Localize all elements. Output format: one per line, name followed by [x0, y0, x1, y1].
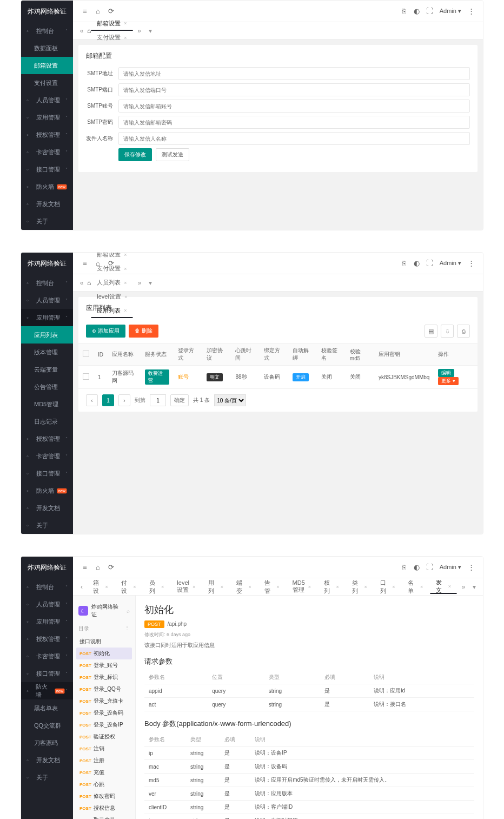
tabs-next-icon[interactable]: »: [458, 583, 469, 591]
more-icon[interactable]: ⋮: [465, 7, 478, 15]
field-input-SMTP账号[interactable]: [118, 100, 470, 113]
more-icon[interactable]: ⋮: [465, 563, 478, 571]
admin-menu[interactable]: Admin ▾: [436, 8, 465, 15]
doc-item-授权信息[interactable]: POST授权信息: [76, 802, 132, 814]
pager-page-input[interactable]: [150, 394, 166, 406]
field-input-发件人名称[interactable]: [118, 132, 470, 145]
menu-icon[interactable]: ≡: [78, 259, 91, 267]
fullscreen-icon[interactable]: ⛶: [423, 563, 436, 571]
close-icon[interactable]: ×: [133, 584, 136, 590]
fullscreen-icon[interactable]: ⛶: [423, 7, 436, 15]
doc-item-注册[interactable]: POST注册: [76, 755, 132, 767]
tab-人员列表[interactable]: 人员列表×: [91, 276, 133, 290]
admin-menu[interactable]: Admin ▾: [436, 564, 465, 571]
theme-icon[interactable]: ◐: [410, 7, 423, 15]
nav-人员管理[interactable]: ◦人员管理˅: [21, 91, 73, 109]
pager-page-1[interactable]: 1: [102, 394, 114, 406]
doc-item-登录_标识[interactable]: POST登录_标识: [76, 671, 132, 683]
nav-QQ交流群[interactable]: QQ交流群: [21, 717, 73, 734]
admin-menu[interactable]: Admin ▾: [436, 260, 465, 267]
close-icon[interactable]: ×: [161, 584, 164, 590]
nav-卡密管理[interactable]: ◦卡密管理˅: [21, 648, 73, 665]
field-input-SMTP端口[interactable]: [118, 83, 470, 96]
tabs-home-icon[interactable]: ⌂: [87, 279, 91, 287]
doc-item-登录_充值卡[interactable]: POST登录_充值卡: [76, 695, 132, 707]
menu-icon[interactable]: ≡: [78, 563, 91, 571]
refresh-icon[interactable]: ⟳: [104, 7, 117, 15]
close-icon[interactable]: ×: [364, 584, 367, 590]
pager-size-select[interactable]: 10 条/页: [214, 394, 246, 406]
close-icon[interactable]: ×: [124, 21, 127, 26]
tab-接口列表[interactable]: 接口列表×: [374, 580, 401, 594]
export-icon[interactable]: ⇩: [441, 325, 454, 338]
nav-应用管理[interactable]: ◦应用管理˅: [21, 109, 73, 126]
nav-云端变量[interactable]: 云端变量: [21, 361, 73, 378]
nav-版本管理[interactable]: 版本管理: [21, 344, 73, 361]
tab-人员列表[interactable]: 人员列表×: [143, 580, 170, 594]
doc-item-登录_设备IP[interactable]: POST登录_设备IP: [76, 719, 132, 731]
doc-item-修改密码[interactable]: POST修改密码: [76, 790, 132, 802]
doc-item-注销[interactable]: POST注销: [76, 743, 132, 755]
delete-button[interactable]: 🗑 删除: [129, 325, 158, 338]
close-icon[interactable]: ×: [105, 584, 108, 590]
doc-item-充值[interactable]: POST充值: [76, 767, 132, 778]
tabs-menu-icon[interactable]: ▾: [145, 27, 156, 35]
nav-控制台[interactable]: ◦控制台˄: [21, 22, 73, 39]
notify-icon[interactable]: ⎘: [397, 563, 410, 571]
more-icon[interactable]: ⋮: [465, 259, 478, 267]
close-icon[interactable]: ×: [448, 584, 451, 589]
close-icon[interactable]: ×: [249, 584, 251, 590]
tab-level设置[interactable]: level设置×: [91, 290, 133, 304]
nav-应用管理[interactable]: ◦应用管理˅: [21, 613, 73, 630]
tab-应用列表[interactable]: 应用列表×: [202, 580, 229, 594]
doc-item-验证授权[interactable]: POST验证授权: [76, 731, 132, 743]
nav-关于[interactable]: ◦关于: [21, 213, 73, 230]
field-input-SMTP地址[interactable]: [118, 67, 470, 80]
tab-卡类列表[interactable]: 卡类列表×: [346, 580, 373, 594]
tab-黑名单表[interactable]: 黑名单表×: [402, 580, 429, 594]
nav-控制台[interactable]: ◦控制台˅: [21, 578, 73, 596]
search-icon[interactable]: ⌕: [127, 608, 130, 614]
checkall[interactable]: [83, 351, 89, 357]
notify-icon[interactable]: ⎘: [397, 259, 410, 267]
tab-邮箱设置[interactable]: 邮箱设置×: [91, 17, 132, 31]
add-app-button[interactable]: ⊕ 添加应用: [86, 325, 125, 338]
doc-item-心跳[interactable]: POST心跳: [76, 778, 132, 790]
nav-防火墙[interactable]: ◦防火墙new: [21, 482, 73, 499]
save-button[interactable]: 保存修改: [118, 148, 152, 161]
nav-授权管理[interactable]: ◦授权管理˅: [21, 430, 73, 447]
doc-item-登录_设备码[interactable]: POST登录_设备码: [76, 707, 132, 719]
tabs-menu-icon[interactable]: ▾: [145, 279, 156, 287]
nav-关于[interactable]: ◦关于: [21, 517, 73, 534]
doc-item-接口说明[interactable]: 接口说明: [76, 636, 132, 648]
edit-button[interactable]: 编辑: [438, 369, 454, 377]
nav-人员管理[interactable]: ◦人员管理˅: [21, 292, 73, 309]
tab-授权列表[interactable]: 授权列表×: [318, 580, 345, 594]
close-icon[interactable]: ×: [308, 584, 311, 590]
close-icon[interactable]: ×: [276, 584, 279, 590]
close-icon[interactable]: ×: [124, 294, 127, 300]
tabs-prev-icon[interactable]: «: [76, 279, 87, 287]
tab-云端变量[interactable]: 云端变量×: [230, 580, 257, 594]
nav-授权管理[interactable]: ◦授权管理˅: [21, 630, 73, 648]
tab-开发文档[interactable]: 开发文档×: [430, 580, 457, 594]
nav-开发文档[interactable]: ◦开发文档: [21, 195, 73, 213]
nav-接口管理[interactable]: ◦接口管理˅: [21, 465, 73, 482]
nav-应用列表[interactable]: 应用列表: [21, 326, 73, 344]
tab-邮箱设置[interactable]: 邮箱设置×: [87, 580, 114, 594]
nav-卡密管理[interactable]: ◦卡密管理˅: [21, 143, 73, 161]
nav-应用管理[interactable]: ◦应用管理˄: [21, 309, 73, 326]
nav-数据面板[interactable]: 数据面板: [21, 39, 73, 57]
tabs-prev-icon[interactable]: «: [76, 27, 87, 35]
nav-授权管理[interactable]: ◦授权管理˅: [21, 126, 73, 143]
doc-item-取云变量[interactable]: POST取云变量: [76, 814, 132, 819]
close-icon[interactable]: ×: [124, 252, 127, 257]
filter-icon[interactable]: ▤: [425, 325, 437, 338]
nav-公告管理[interactable]: 公告管理: [21, 378, 73, 395]
tab-支付设置[interactable]: 支付设置×: [91, 31, 132, 45]
pager-prev[interactable]: ‹: [86, 394, 98, 406]
nav-人员管理[interactable]: ◦人员管理˅: [21, 596, 73, 613]
doc-item-登录_账号[interactable]: POST登录_账号: [76, 659, 132, 671]
print-icon[interactable]: ⎙: [457, 325, 470, 338]
nav-黑名单表[interactable]: 黑名单表: [21, 699, 73, 717]
